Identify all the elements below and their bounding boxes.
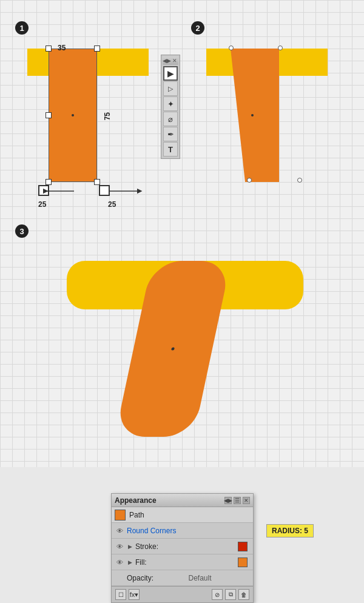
diagram1: 1 35 75 25 25	[9, 15, 173, 215]
tool-direct-select[interactable]: ▷	[163, 81, 178, 96]
panel-row-stroke[interactable]: 👁 ▶ Stroke:	[112, 539, 253, 554]
tool-magic-wand[interactable]: ✦	[163, 96, 178, 111]
arrows-svg	[33, 179, 155, 203]
anchor-d2-br	[297, 178, 302, 183]
panel-title: Appearance	[115, 496, 157, 505]
panel-close-btn[interactable]: ✕	[243, 497, 250, 504]
badge-2: 2	[191, 21, 204, 35]
fill-expand-arrow[interactable]: ▶	[127, 559, 133, 565]
tool-select[interactable]: ▶	[163, 66, 178, 81]
anchor-d2-tl	[229, 45, 234, 50]
appearance-panel: Appearance ◀▶ ☰ ✕ Path 👁 Round Corners R…	[111, 493, 254, 603]
stroke-expand-arrow[interactable]: ▶	[127, 544, 133, 550]
diagram2: 2	[188, 15, 352, 215]
footer-no-btn[interactable]: ⊘	[212, 589, 223, 600]
eye-icon-fill[interactable]: 👁	[115, 558, 124, 567]
center-dot-2	[251, 114, 254, 116]
path-color-swatch	[115, 510, 126, 520]
tool-pen[interactable]: ✒	[163, 127, 178, 141]
footer-delete-btn[interactable]: 🗑	[238, 589, 249, 600]
round-corners-label: Round Corners	[127, 527, 250, 535]
eye-icon-stroke[interactable]: 👁	[115, 542, 124, 551]
panel-row-round-corners[interactable]: 👁 Round Corners RADIUS: 5	[112, 523, 253, 539]
panel-controls: ◀▶ ☰ ✕	[224, 497, 250, 504]
d1-orange-rect	[49, 49, 97, 182]
anchor-ml	[46, 112, 52, 118]
path-label: Path	[129, 511, 250, 519]
panel-menu-btn[interactable]: ☰	[234, 497, 241, 504]
footer-layer-btn[interactable]: ☐	[115, 589, 126, 600]
toolbar-titlebar: ◀▶ ✕	[163, 56, 178, 65]
anchor-tr	[94, 45, 100, 52]
badge-3: 3	[15, 224, 29, 238]
footer-copy-btn[interactable]: ⧉	[225, 589, 236, 600]
panel-collapse-btn[interactable]: ◀▶	[224, 497, 232, 504]
tool-text[interactable]: T	[163, 142, 178, 157]
badge-1: 1	[15, 21, 29, 35]
opacity-value: Default	[189, 574, 251, 582]
opacity-label: Opacity:	[127, 574, 189, 582]
panel-row-opacity: Opacity: Default	[112, 570, 253, 586]
radius-tooltip: RADIUS: 5	[266, 524, 314, 537]
anchor-d2-tr	[278, 45, 283, 50]
diagram3: 3	[9, 218, 355, 455]
anchor-d2-bl	[247, 178, 252, 183]
tool-lasso[interactable]: ⌀	[163, 112, 178, 126]
fill-label: Fill:	[135, 558, 238, 567]
panel-row-path: Path	[112, 507, 253, 523]
fill-color-swatch[interactable]	[238, 558, 248, 567]
dim-top: 35	[58, 44, 66, 52]
d2-orange-rect	[231, 49, 279, 182]
toolbar-panel: ◀▶ ✕ ▶ ▷ ✦ ⌀ ✒ T	[161, 55, 180, 159]
panel-titlebar: Appearance ◀▶ ☰ ✕	[112, 494, 253, 507]
eye-icon-round[interactable]: 👁	[115, 526, 124, 536]
center-dot	[72, 114, 74, 116]
stroke-color-swatch[interactable]	[238, 542, 248, 551]
panel-row-fill[interactable]: 👁 ▶ Fill:	[112, 554, 253, 570]
stroke-label: Stroke:	[135, 542, 238, 551]
anchor-tl	[46, 45, 52, 52]
panel-footer: ☐ fx▾ ⊘ ⧉ 🗑	[112, 586, 253, 602]
dim-side: 75	[103, 112, 112, 120]
center-dot-3	[171, 348, 175, 351]
footer-fx-btn[interactable]: fx▾	[129, 589, 140, 600]
canvas-area: 1 35 75 25 25	[0, 0, 364, 467]
